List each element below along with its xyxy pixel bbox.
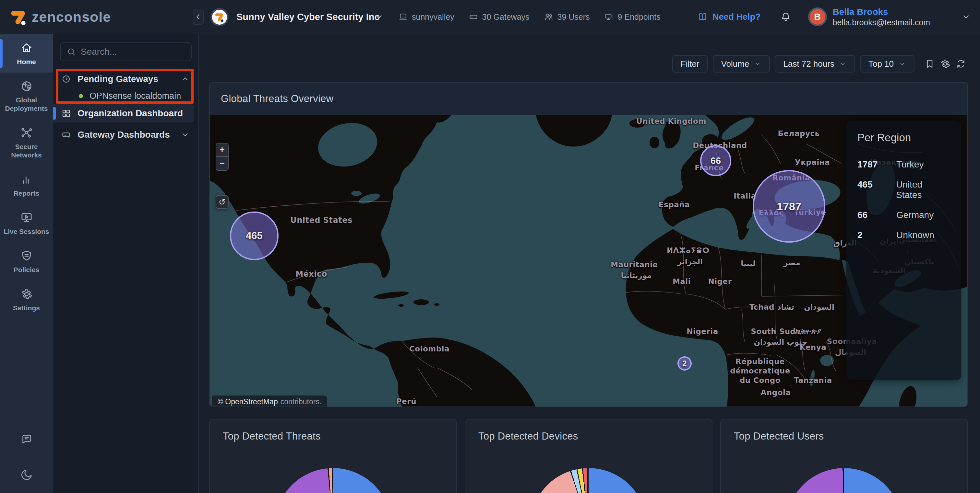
network-icon	[20, 126, 33, 139]
region-label: Turkey	[896, 159, 924, 170]
home-icon	[20, 41, 33, 54]
threat-bubble-united-states[interactable]: 465	[230, 211, 278, 260]
bookmark-button[interactable]	[923, 55, 937, 73]
card-header: Global Threats Overview	[210, 82, 967, 115]
user-menu[interactable]: B Bella Brooks bella.brooks@testmail.com	[808, 6, 931, 27]
map-zoom-controls: + −	[216, 143, 229, 171]
global-threats-card: Global Threats Overview	[209, 82, 968, 407]
top-detected-devices-pie-chart[interactable]	[530, 468, 647, 493]
user-menu-chevron-icon[interactable]	[961, 12, 971, 22]
gear-button[interactable]	[938, 55, 953, 73]
org-avatar[interactable]	[210, 8, 229, 26]
feedback-button[interactable]	[20, 433, 33, 446]
org-stat-39-users: 39 Users	[544, 12, 590, 22]
gateway-server-icon	[61, 130, 71, 139]
sidebar-item-reports[interactable]: Reports	[0, 166, 53, 204]
refresh-button[interactable]	[954, 55, 968, 73]
need-help-link[interactable]: Need Help?	[698, 12, 761, 22]
top-detected-users-card: Top Detected Users	[720, 419, 968, 493]
region-value: 2	[858, 230, 896, 240]
region-value: 1787	[858, 159, 896, 170]
search-icon	[67, 47, 76, 57]
dashboard-grid-icon	[61, 108, 71, 118]
top-detected-threats-pie-chart[interactable]	[275, 468, 391, 493]
user-avatar[interactable]: B	[808, 8, 827, 26]
per-region-title: Per Region	[858, 132, 950, 144]
map-attribution: © OpenStreetMap contributors.	[212, 395, 327, 407]
policies-icon	[20, 249, 33, 262]
org-stats: sunnyvalley30 Gateways39 Users9 Endpoint…	[398, 0, 660, 34]
world-map[interactable]: United KingdomБеларусьDeutschlandУкраїна…	[210, 115, 968, 407]
sidebar-item-label: Settings	[13, 304, 40, 312]
brand-logo-icon[interactable]	[9, 8, 28, 27]
top-detected-users-pie-chart[interactable]	[786, 468, 902, 493]
org-stat-30-gateways: 30 Gateways	[469, 12, 530, 22]
org-stat-9-endpoints: 9 Endpoints	[604, 12, 660, 22]
map-zoom-in-button[interactable]: +	[216, 144, 228, 157]
nav-group-pending-gateways[interactable]: Pending Gateways	[53, 71, 198, 87]
filter-button[interactable]: Filter	[672, 55, 708, 73]
dropdown-value: Last 72 hours	[783, 59, 834, 69]
nav-group-gateway-dashboards[interactable]: Gateway Dashboards	[53, 126, 198, 143]
chevron-down-icon	[839, 60, 847, 68]
endpoint-icon	[604, 12, 614, 22]
search-input[interactable]	[81, 47, 198, 57]
card-title: Top Detected Users	[734, 431, 824, 442]
nav-item-organization-dashboard[interactable]: Organization Dashboard	[53, 104, 194, 122]
card-title: Top Detected Threats	[223, 431, 321, 442]
threat-bubble-germany[interactable]: 66	[700, 145, 731, 176]
top-detected-threats-card: Top Detected Threats	[209, 419, 457, 493]
threat-bubble-unknown[interactable]: 2	[678, 356, 692, 371]
region-label: Unknown	[896, 230, 934, 240]
threat-bubble-turkey[interactable]: 1787	[752, 170, 825, 243]
stat-label: sunnyvalley	[412, 12, 454, 22]
sidebar-item-global-deployments[interactable]: Global Deployments	[0, 73, 53, 119]
nav-item-label: OPNsense localdomain	[89, 91, 190, 101]
theme-toggle-button[interactable]	[20, 468, 33, 481]
live-icon	[20, 211, 33, 224]
sidebar-item-live-sessions[interactable]: Live Sessions	[0, 204, 53, 242]
openstreetmap-link[interactable]: © OpenStreetMap	[218, 398, 278, 406]
nav-group-label: Gateway Dashboards	[78, 130, 174, 140]
sidebar-item-label: Policies	[14, 266, 39, 274]
user-name: Bella Brooks	[833, 6, 931, 17]
sidebar-item-policies[interactable]: Policies	[0, 242, 53, 281]
per-region-row-turkey: 1787Turkey	[858, 159, 950, 170]
search-box[interactable]	[60, 43, 192, 61]
per-region-panel: Per Region 1787Turkey465United States66G…	[846, 121, 961, 380]
sidebar-item-settings[interactable]: Settings	[0, 281, 53, 319]
clock-icon	[61, 74, 71, 84]
dropdown-top-10[interactable]: Top 10	[860, 55, 915, 73]
org-name: Sunny Valley Cyber Security Inc	[236, 0, 380, 34]
map-reset-button[interactable]: ↺	[216, 195, 229, 209]
icon-sidebar: HomeGlobal DeploymentsSecure NetworksRep…	[0, 34, 53, 493]
sidebar-item-secure-networks[interactable]: Secure Networks	[0, 119, 53, 166]
dropdown-value: Volume	[721, 59, 749, 69]
sidebar-item-label: Reports	[14, 189, 39, 198]
nav-panel: Pending Gateways OPNsense localdomain Or…	[53, 34, 199, 493]
nav-group-label: Pending Gateways	[78, 74, 174, 84]
dropdown-value: Top 10	[869, 59, 894, 69]
nav-item-opnsense-localdomain[interactable]: OPNsense localdomain	[53, 87, 198, 104]
dropdown-last-72-hours[interactable]: Last 72 hours	[775, 55, 855, 73]
device-icon	[398, 12, 408, 22]
chevron-down-icon	[754, 60, 761, 68]
org-stat-sunnyvalley: sunnyvalley	[398, 12, 454, 22]
stat-label: 9 Endpoints	[618, 12, 660, 22]
settings-icon	[20, 288, 33, 301]
sidebar-item-label: Global Deployments	[2, 96, 51, 113]
region-value: 465	[858, 179, 896, 190]
sidebar-item-home[interactable]: Home	[0, 34, 53, 73]
notifications-bell-icon[interactable]	[780, 11, 791, 22]
dropdown-volume[interactable]: Volume	[713, 55, 770, 73]
org-switcher-chevron-icon[interactable]	[374, 12, 384, 22]
card-title: Global Threats Overview	[221, 93, 333, 105]
per-region-row-unknown: 2Unknown	[858, 230, 950, 240]
sidebar-collapse-button[interactable]	[192, 9, 204, 25]
need-help-label: Need Help?	[713, 12, 761, 22]
active-indicator-bar	[53, 107, 56, 120]
app-header: zenconsole Sunny Valley Cyber Security I…	[0, 0, 980, 34]
stat-label: 39 Users	[557, 12, 590, 22]
map-zoom-out-button[interactable]: −	[216, 157, 228, 170]
sidebar-item-label: Home	[17, 58, 36, 66]
